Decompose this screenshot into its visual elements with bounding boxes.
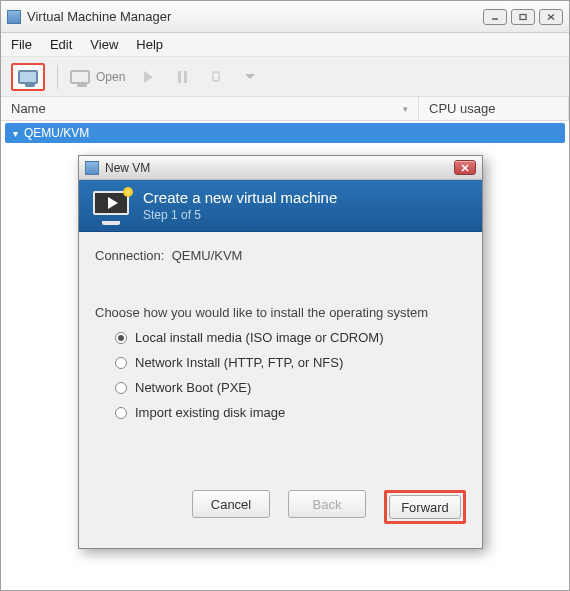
connection-row[interactable]: ▾ QEMU/KVM [5,123,565,143]
expand-icon: ▾ [13,128,18,139]
radio-local-media[interactable]: Local install media (ISO image or CDROM) [115,330,466,345]
play-icon [144,71,153,83]
column-headers: Name ▾ CPU usage [1,97,569,121]
menu-file[interactable]: File [11,37,32,52]
dialog-header: Create a new virtual machine Step 1 of 5 [79,180,482,232]
app-icon [85,161,99,175]
radio-import-label: Import existing disk image [135,405,285,420]
menubar: File Edit View Help [1,33,569,57]
main-titlebar: Virtual Machine Manager [1,1,569,33]
menu-view[interactable]: View [90,37,118,52]
cancel-button[interactable]: Cancel [192,490,270,518]
svg-marker-5 [245,74,255,79]
toolbar-separator [57,65,58,89]
dialog-title: New VM [105,161,454,175]
forward-button[interactable]: Forward [389,495,461,519]
column-name-label: Name [11,101,46,116]
window-controls [483,9,563,25]
radio-network-boot[interactable]: Network Boot (PXE) [115,380,466,395]
radio-icon [115,357,127,369]
shutdown-button[interactable] [205,66,227,88]
dialog-titlebar: New VM [79,156,482,180]
connection-label: QEMU/KVM [24,126,89,140]
dialog-header-step: Step 1 of 5 [143,208,337,222]
connection-row: Connection: QEMU/KVM [95,248,466,263]
column-header-name[interactable]: Name ▾ [1,97,419,120]
radio-network-boot-label: Network Boot (PXE) [135,380,251,395]
close-button[interactable] [539,9,563,25]
toolbar: Open [1,57,569,97]
svg-rect-4 [213,72,219,81]
dialog-header-text: Create a new virtual machine Step 1 of 5 [143,189,337,222]
dialog-header-title: Create a new virtual machine [143,189,337,206]
app-icon [7,10,21,24]
minimize-button[interactable] [483,9,507,25]
connection-label: Connection: [95,248,164,263]
dialog-body: Connection: QEMU/KVM Choose how you woul… [79,232,482,548]
radio-icon [115,332,127,344]
install-method-radio-group: Local install media (ISO image or CDROM)… [115,330,466,420]
pause-button[interactable] [171,66,193,88]
menu-edit[interactable]: Edit [50,37,72,52]
open-label: Open [96,70,125,84]
new-vm-button[interactable] [11,63,45,91]
monitor-icon [18,70,38,84]
radio-network-install-label: Network Install (HTTP, FTP, or NFS) [135,355,343,370]
chevron-down-icon [245,74,255,80]
shutdown-dropdown[interactable] [239,66,261,88]
main-title: Virtual Machine Manager [27,9,483,24]
open-button[interactable]: Open [70,70,125,84]
connection-value: QEMU/KVM [172,248,243,263]
monitor-icon [70,70,90,84]
forward-highlight: Forward [384,490,466,524]
radio-import-disk[interactable]: Import existing disk image [115,405,466,420]
column-header-cpu[interactable]: CPU usage [419,97,569,120]
close-icon [460,164,470,172]
sort-icon: ▾ [403,104,408,114]
radio-local-label: Local install media (ISO image or CDROM) [135,330,384,345]
radio-network-install[interactable]: Network Install (HTTP, FTP, or NFS) [115,355,466,370]
install-choose-label: Choose how you would like to install the… [95,305,466,320]
power-icon [209,70,223,84]
svg-rect-1 [520,14,526,19]
run-button[interactable] [137,66,159,88]
back-button[interactable]: Back [288,490,366,518]
column-cpu-label: CPU usage [429,101,495,116]
pause-icon [178,71,187,83]
radio-icon [115,382,127,394]
dialog-header-icon [93,191,129,221]
menu-help[interactable]: Help [136,37,163,52]
main-window: Virtual Machine Manager File Edit View H… [0,0,570,591]
radio-icon [115,407,127,419]
dialog-button-row: Cancel Back Forward [95,490,466,538]
new-vm-dialog: New VM Create a new virtual machine Step… [78,155,483,549]
maximize-button[interactable] [511,9,535,25]
dialog-close-button[interactable] [454,160,476,175]
